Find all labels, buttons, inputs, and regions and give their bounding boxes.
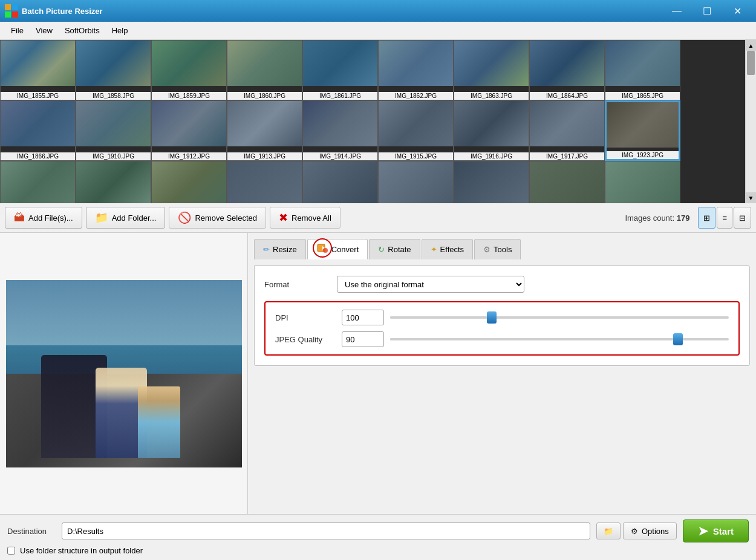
destination-input[interactable] (62, 523, 590, 539)
gallery-item[interactable]: IMG_1858.JPG (76, 40, 151, 100)
gallery-item[interactable]: IMG_1915.JPG (378, 100, 454, 161)
tab-bar: ✏ Resize Convert (254, 239, 750, 259)
scrollbar-thumb[interactable] (747, 51, 755, 75)
remove-all-icon: ✖ (279, 211, 288, 224)
titlebar: Batch Picture Resizer — ☐ ✕ (0, 0, 756, 22)
right-panel: ✏ Resize Convert (248, 233, 756, 514)
start-button[interactable]: ➤ Start (683, 519, 749, 542)
menu-file[interactable]: File (5, 24, 30, 37)
minimize-button[interactable]: — (663, 0, 691, 22)
gallery-item[interactable]: IMG_1910.JPG (76, 100, 151, 161)
app-icon (5, 4, 18, 18)
options-button[interactable]: ⚙ Options (623, 523, 677, 539)
gallery-item[interactable]: IMG_1917.JPG (529, 100, 605, 161)
dpi-input[interactable] (342, 310, 384, 325)
tab-rotate[interactable]: ↻ Rotate (369, 239, 420, 259)
gallery-item[interactable]: IMG_1929.JPG (378, 161, 454, 203)
grid-view-button[interactable]: ⊟ (734, 207, 751, 229)
destination-browse-button[interactable]: 📁 (596, 523, 621, 539)
menu-help[interactable]: Help (106, 24, 134, 37)
gallery-row-2: IMG_1866.JPG IMG_1910.JPG IMG_1912.JPG I… (0, 100, 745, 161)
list-icon: ≡ (722, 213, 727, 223)
preview-panel (0, 233, 248, 514)
maximize-button[interactable]: ☐ (693, 0, 721, 22)
add-files-icon: 🏔 (14, 212, 25, 224)
gallery-item[interactable]: IMG_1928.JPG (302, 161, 378, 203)
effects-icon: ✦ (431, 245, 437, 254)
gallery-item[interactable]: IMG_1926.JPG (151, 161, 227, 203)
gallery-item[interactable]: IMG_1913.JPG (227, 100, 302, 161)
menu-view[interactable]: View (30, 24, 59, 37)
convert-panel: Format Use the original format JPEG PNG … (254, 265, 750, 366)
rotate-icon: ↻ (378, 245, 385, 254)
destination-row: Destination 📁 ⚙ Options ➤ Start (7, 519, 749, 542)
gallery-item[interactable]: IMG_1860.JPG (227, 40, 302, 100)
gallery-item[interactable]: IMG_1927.JPG (227, 161, 302, 203)
gallery-item[interactable]: IMG_1862.JPG (378, 40, 454, 100)
gallery-item[interactable]: IMG_1930.JPG (454, 161, 529, 203)
tools-icon: ⚙ (483, 245, 490, 254)
folder-structure-row: Use folder structure in output folder (7, 546, 749, 555)
resize-icon: ✏ (263, 245, 270, 254)
menu-softorbits[interactable]: SoftOrbits (59, 24, 106, 37)
main-toolbar: 🏔 Add File(s)... 📁 Add Folder... 🚫 Remov… (0, 203, 756, 233)
folder-structure-checkbox[interactable] (7, 547, 15, 555)
remove-selected-button[interactable]: 🚫 Remove Selected (169, 207, 266, 229)
gallery-item[interactable]: IMG_1855.JPG (0, 40, 76, 100)
folder-structure-label[interactable]: Use folder structure in output folder (20, 546, 143, 555)
dpi-slider[interactable] (390, 311, 729, 324)
add-folder-button[interactable]: 📁 Add Folder... (86, 207, 166, 229)
jpeg-quality-label: JPEG Quality (275, 335, 336, 344)
gallery-item[interactable]: IMG_1931.JPG (529, 161, 605, 203)
svg-rect-2 (5, 11, 11, 18)
gallery-item[interactable]: IMG_1866.JPG (0, 100, 76, 161)
preview-image (6, 280, 242, 467)
gallery-item[interactable]: IMG_1916.JPG (454, 100, 529, 161)
svg-point-6 (323, 248, 328, 253)
gallery-item[interactable]: IMG_1912.JPG (151, 100, 227, 161)
thumbnail-view-button[interactable]: ⊞ (698, 207, 715, 229)
close-button[interactable]: ✕ (723, 0, 751, 22)
svg-rect-1 (12, 4, 18, 10)
add-files-button[interactable]: 🏔 Add File(s)... (5, 207, 82, 229)
tab-convert[interactable]: Convert (307, 239, 368, 259)
dpi-row: DPI (275, 310, 729, 325)
scrollbar-up-button[interactable]: ▲ (746, 40, 757, 51)
format-label: Format (264, 280, 331, 289)
svg-rect-3 (12, 11, 18, 18)
gallery-row-3: IMG_1924.JPG IMG_1925.JPG IMG_1926.JPG I… (0, 161, 745, 203)
gallery-item[interactable]: IMG_1859.JPG (151, 40, 227, 100)
list-view-button[interactable]: ≡ (717, 207, 732, 229)
gallery-item[interactable]: IMG_1924.JPG (0, 161, 76, 203)
remove-all-button[interactable]: ✖ Remove All (270, 207, 341, 229)
tab-tools[interactable]: ⚙ Tools (474, 239, 521, 259)
gallery-item[interactable]: IMG_1925.JPG (76, 161, 151, 203)
tab-resize[interactable]: ✏ Resize (254, 239, 306, 259)
images-count: Images count: 179 (625, 213, 689, 223)
app-title: Batch Picture Resizer (22, 7, 663, 16)
gallery-item[interactable]: IMG_1914.JPG (302, 100, 378, 161)
start-arrow-icon: ➤ (698, 524, 708, 538)
gallery-item[interactable]: IMG_1932.JPG (605, 161, 680, 203)
gallery-item[interactable]: IMG_1861.JPG (302, 40, 378, 100)
gallery-scrollbar[interactable]: ▲ ▼ (745, 40, 756, 203)
gallery-item-selected[interactable]: IMG_1923.JPG (605, 100, 680, 161)
format-select[interactable]: Use the original format JPEG PNG BMP GIF… (337, 276, 524, 293)
tab-effects[interactable]: ✦ Effects (422, 239, 474, 259)
gallery-item[interactable]: IMG_1865.JPG (605, 40, 680, 100)
jpeg-quality-slider-thumb[interactable] (673, 333, 683, 345)
scrollbar-down-button[interactable]: ▼ (746, 192, 757, 203)
destination-label: Destination (7, 527, 56, 536)
jpeg-quality-row: JPEG Quality (275, 331, 729, 347)
format-row: Format Use the original format JPEG PNG … (264, 276, 740, 293)
gallery-item[interactable]: IMG_1864.JPG (529, 40, 605, 100)
gallery-item[interactable]: IMG_1863.JPG (454, 40, 529, 100)
jpeg-quality-input[interactable] (342, 331, 384, 347)
jpeg-quality-slider[interactable] (390, 333, 729, 345)
svg-rect-0 (5, 4, 11, 10)
scrollbar-track[interactable] (746, 51, 756, 192)
content-area: ✏ Resize Convert (0, 233, 756, 514)
browse-icon: 📁 (604, 527, 613, 536)
dpi-slider-thumb[interactable] (487, 311, 497, 324)
settings-box: DPI JPEG Quality (264, 301, 740, 356)
